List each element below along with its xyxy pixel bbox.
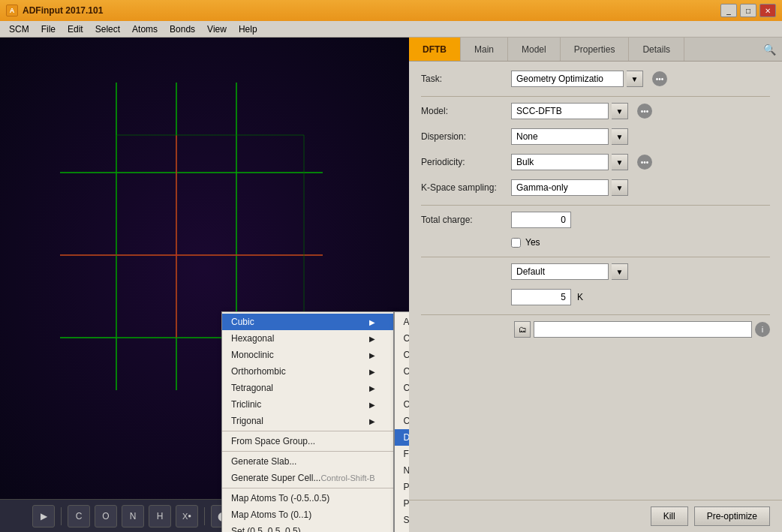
submenu-cuprite[interactable]: Cuprite [395,413,409,429]
tool-play[interactable]: ▶ [32,505,55,527]
submenu-cscl[interactable]: CsCl [395,347,409,363]
model-label: Model: [421,106,511,116]
submenu-diamond[interactable]: Diamond [395,429,409,446]
ctx-item-map-atoms-neg[interactable]: Map Atoms To (-0.5..0.5) [222,490,393,506]
ctx-item-hexagonal[interactable]: Hexagonal ▶ [222,330,393,347]
ctx-item-set-position[interactable]: Set (0.5, 0.5, 0.5) [222,523,393,532]
ctx-item-generate-slab[interactable]: Generate Slab... [222,453,393,470]
spin-checkbox[interactable] [511,238,521,248]
ctx-item-triclinic[interactable]: Triclinic ▶ [222,396,393,413]
ctx-item-cubic[interactable]: Cubic ▶ [222,314,393,330]
ctx-item-monoclinic[interactable]: Monoclinic ▶ [222,347,393,363]
tool-carbon[interactable]: C [68,505,90,527]
tool-hydrogen[interactable]: H [149,505,171,527]
task-control: Geometry Optimizatio ▼ ••• [511,71,667,87]
context-menu-overlay: Cubic ▶ Hexagonal ▶ Monoclinic ▶ Orthorh… [221,311,409,532]
task-label: Task: [421,74,511,84]
menu-select[interactable]: Select [89,23,126,36]
search-icon[interactable]: 🔍 [757,41,782,59]
menu-atoms[interactable]: Atoms [126,23,164,36]
tab-dftb[interactable]: DFTB [409,38,461,61]
kspace-dropdown-btn[interactable]: ▼ [612,179,628,196]
task-dropdown[interactable]: Geometry Optimizatio [511,71,624,87]
submenu-nacl[interactable]: NaCl [395,462,409,479]
menu-edit[interactable]: Edit [62,23,89,36]
default-dropdown-btn[interactable]: ▼ [612,263,628,280]
submenu-cubic[interactable]: Cubic [395,396,409,413]
model-dropdown[interactable]: SCC-DFTB [511,103,609,119]
viewport: Cubic ▶ Hexagonal ▶ Monoclinic ▶ Orthorh… [0,38,409,532]
ctx-item-from-space-group[interactable]: From Space Group... [222,433,393,449]
toolbar-separator-1 [61,507,62,525]
ctx-separator-1 [222,431,393,431]
submenu-perovskite[interactable]: Perovskite [395,479,409,495]
kspace-dropdown[interactable]: Gamma-only [511,179,609,196]
divider-2 [421,205,770,206]
pre-optimize-button[interactable]: Pre-optimize [694,506,770,526]
submenu-zincblende[interactable]: Zincblende [395,528,409,532]
submenu-cubic: AntiFluorite Cristobalite CsCl Cubic-F C… [394,311,409,532]
tool-nitrogen[interactable]: N [122,505,144,527]
menu-file[interactable]: File [35,23,62,36]
submenu-cubic-f[interactable]: Cubic-F [395,363,409,380]
dispersion-control: None ▼ [511,128,628,145]
default-row: Default ▼ [421,263,770,280]
spin-row: Yes [421,237,770,248]
menu-scm[interactable]: SCM [3,23,35,36]
menu-bonds[interactable]: Bonds [164,23,201,36]
close-button[interactable]: ✕ [759,4,776,17]
dispersion-dropdown-btn[interactable]: ▼ [612,128,628,145]
dispersion-dropdown[interactable]: None [511,128,609,145]
model-more-btn[interactable]: ••• [637,104,652,119]
app-title: ADFinput 2017.101 [23,5,103,16]
main-layout: Cubic ▶ Hexagonal ▶ Monoclinic ▶ Orthorh… [0,38,782,532]
toolbar-separator-2 [204,507,205,525]
dispersion-row: Dispersion: None ▼ [421,128,770,145]
tab-model[interactable]: Model [508,38,561,61]
ctx-item-orthorhombic[interactable]: Orthorhombic ▶ [222,363,393,380]
periodicity-dropdown-btn[interactable]: ▼ [612,154,628,170]
right-panel: DFTB Main Model Properties Details 🔍 Tas… [409,38,782,532]
ctx-item-map-atoms-pos[interactable]: Map Atoms To (0..1) [222,506,393,523]
kill-button[interactable]: Kill [651,506,688,526]
menu-bar: SCM File Edit Select Atoms Bonds View He… [0,21,782,38]
ctx-item-tetragonal[interactable]: Tetragonal ▶ [222,380,393,396]
default-control: Default ▼ [511,263,628,280]
periodicity-dropdown[interactable]: Bulk [511,154,609,170]
tab-list: DFTB Main Model Properties Details [409,38,684,61]
minimize-button[interactable]: _ [720,4,737,17]
periodicity-row: Periodicity: Bulk ▼ ••• [421,154,770,170]
default-dropdown[interactable]: Default [511,263,609,280]
submenu-fluorite[interactable]: Fluorite [395,446,409,462]
tab-details[interactable]: Details [629,38,684,61]
tool-x[interactable]: X● [176,505,198,527]
info-btn[interactable]: i [755,322,770,337]
file-browse-btn[interactable]: 🗂 [514,321,531,338]
maximize-button[interactable]: □ [740,4,756,17]
submenu-cristobalite[interactable]: Cristobalite [395,330,409,347]
menu-view[interactable]: View [201,23,233,36]
submenu-spinel[interactable]: Spinel [395,512,409,528]
tab-main[interactable]: Main [461,38,508,61]
submenu-antifluorite[interactable]: AntiFluorite [395,314,409,330]
ctx-separator-2 [222,451,393,452]
submenu-pyrite[interactable]: Pyrite [395,495,409,512]
divider-1 [421,96,770,97]
periodicity-more-btn[interactable]: ••• [637,155,652,170]
bottom-buttons: Kill Pre-optimize [409,500,782,532]
ctx-item-trigonal[interactable]: Trigonal ▶ [222,413,393,429]
submenu-cubic-i[interactable]: Cubic-I [395,380,409,396]
task-more-btn[interactable]: ••• [652,71,667,86]
tool-oxygen[interactable]: O [95,505,117,527]
filepath-input[interactable] [534,321,752,338]
form-content: Task: Geometry Optimizatio ▼ ••• Model: … [409,62,782,500]
task-dropdown-btn[interactable]: ▼ [627,71,643,87]
menu-help[interactable]: Help [233,23,263,36]
kvalue-input[interactable] [511,289,571,305]
divider-3 [421,257,770,257]
spin-checkbox-row: Yes [511,237,540,248]
total-charge-input[interactable] [511,212,571,228]
model-dropdown-btn[interactable]: ▼ [612,103,628,119]
tab-properties[interactable]: Properties [561,38,630,61]
ctx-item-generate-super-cell[interactable]: Generate Super Cell... Control-Shift-B [222,470,393,486]
